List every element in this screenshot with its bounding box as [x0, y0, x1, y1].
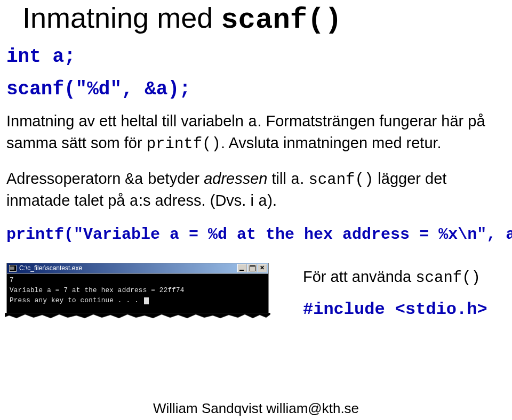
title-code: scanf() [221, 4, 342, 36]
maximize-button[interactable] [247, 264, 257, 272]
console-output: 7 Variable a = 7 at the hex address = 22… [6, 274, 269, 313]
console-titlebar: C:\c_filer\scantest.exe [6, 263, 269, 274]
p2-t4: . [300, 170, 308, 187]
p2-t1: Adressoperatorn [6, 170, 125, 187]
p1-c1: a [248, 114, 257, 131]
include-directive: #include <stdio.h> [303, 300, 487, 319]
paragraph-2: Adressoperatorn &a betyder adressen till… [6, 168, 506, 212]
console-line-3: Press any key to continue . . . [10, 297, 143, 304]
console-title-text: C:\c_filer\scantest.exe [19, 264, 237, 272]
p2-i1: adressen [204, 170, 267, 187]
torn-edge [5, 313, 270, 319]
console-line-2: Variable a = 7 at the hex address = 22ff… [10, 287, 185, 294]
console-icon [9, 265, 17, 272]
slide-title: Inmatning med scanf() [22, 1, 506, 36]
minimize-button[interactable] [237, 264, 247, 272]
p1-c2: printf() [147, 135, 221, 153]
p2-t2: betyder [143, 170, 204, 187]
p1-t3: . Avsluta inmatningen med retur. [221, 134, 442, 151]
p1-t1: Inmatning av ett heltal till variabeln [6, 112, 248, 130]
p2-c2: a [291, 171, 300, 189]
p2-c1: &a [125, 171, 143, 189]
p2-t3: till [267, 170, 291, 187]
lower-section: C:\c_filer\scantest.exe 7 Variable a = 7… [6, 261, 506, 320]
title-text-plain: Inmatning med [22, 2, 221, 34]
usage-code: scanf() [415, 269, 481, 287]
code-declaration: int a; [6, 46, 506, 68]
code-scanf: scanf("%d", &a); [6, 78, 506, 100]
footer-author: William Sandqvist william@kth.se [0, 400, 512, 417]
usage-note: För att använda scanf() [303, 267, 487, 288]
console-window: C:\c_filer\scantest.exe 7 Variable a = 7… [6, 263, 269, 313]
p2-c5: a [258, 193, 267, 211]
close-button[interactable] [258, 264, 267, 272]
console-line-1: 7 [10, 277, 14, 284]
code-printf: printf("Variable a = %d at the hex addre… [6, 225, 506, 244]
console-cursor [144, 297, 149, 304]
p2-t7: ). [267, 192, 277, 209]
p2-c4: a [130, 193, 139, 211]
p2-t6: :s adress. (Dvs. i [139, 192, 258, 209]
right-column: För att använda scanf() #include <stdio.… [303, 267, 487, 320]
svg-marker-0 [5, 313, 270, 318]
p2-c3: scanf() [308, 171, 373, 189]
usage-text: För att använda [303, 268, 415, 285]
paragraph-1: Inmatning av ett heltal till variabeln a… [6, 111, 506, 155]
